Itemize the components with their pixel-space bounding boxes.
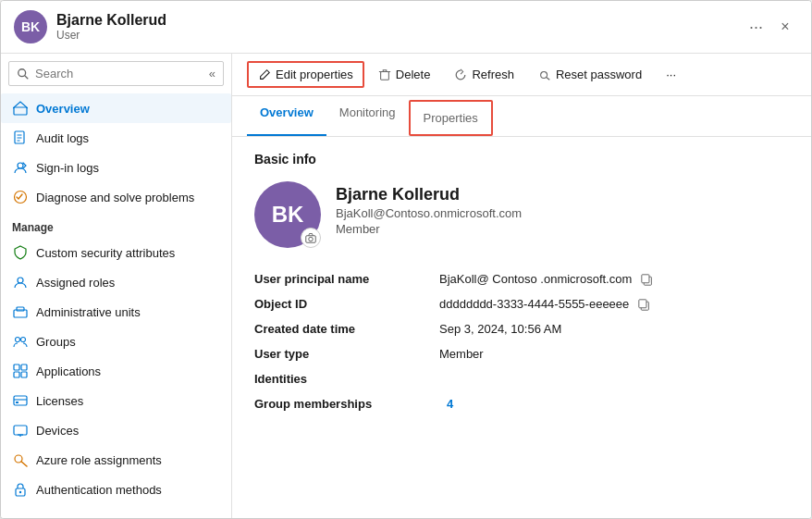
table-row: User principal name BjaKoll@ Contoso .on…	[254, 266, 789, 291]
title-avatar: BK	[14, 10, 47, 43]
svg-rect-20	[16, 402, 18, 403]
svg-rect-16	[14, 372, 19, 377]
reset-password-button[interactable]: Reset password	[528, 62, 652, 87]
delete-button[interactable]: Delete	[368, 62, 441, 87]
svg-rect-35	[642, 275, 649, 283]
sidebar-item-auth-methods-label: Authentication methods	[36, 483, 162, 497]
groups-icon	[12, 333, 29, 350]
tab-monitoring[interactable]: Monitoring	[326, 96, 409, 136]
basic-info-title: Basic info	[254, 152, 789, 167]
edit-properties-button[interactable]: Edit properties	[247, 61, 364, 88]
devices-icon	[12, 422, 29, 439]
group-count[interactable]: 4	[447, 397, 453, 411]
camera-button[interactable]	[301, 228, 321, 248]
table-row: Object ID dddddddd-3333-4444-5555-eeeeee	[254, 291, 789, 316]
field-label-objectid: Object ID	[254, 291, 439, 316]
table-row: Group memberships 4	[254, 391, 789, 416]
field-label-groups: Group memberships	[254, 391, 439, 416]
home-icon	[12, 100, 29, 117]
svg-line-31	[546, 77, 549, 80]
field-value-usertype: Member	[439, 341, 789, 366]
table-row: User type Member	[254, 341, 789, 366]
sidebar-item-admin-units[interactable]: Administrative units	[1, 297, 231, 327]
title-name: Bjarne Kollerud	[56, 12, 749, 29]
delete-icon	[378, 68, 391, 81]
sidebar-item-diagnose[interactable]: Diagnose and solve problems	[1, 182, 231, 212]
sidebar-item-devices[interactable]: Devices	[1, 415, 231, 445]
profile-type: Member	[336, 222, 522, 236]
lock-icon	[12, 481, 29, 498]
copy-objectid-button[interactable]	[638, 299, 650, 311]
licenses-icon	[12, 392, 29, 409]
profile-email: BjaKoll@Contoso.onmicrosoft.com	[336, 206, 522, 220]
profile-name: Bjarne Kollerud	[336, 185, 522, 204]
field-label-created: Created date time	[254, 316, 439, 341]
svg-rect-14	[14, 365, 19, 370]
profile-section: BK Bjarne Kollerud BjaKoll@Contoso.onmic…	[254, 181, 789, 248]
field-label-identities: Identities	[254, 366, 439, 391]
signin-icon	[12, 159, 29, 176]
svg-point-27	[19, 491, 21, 493]
sidebar-item-applications-label: Applications	[36, 365, 101, 378]
svg-line-25	[21, 462, 27, 466]
shield-icon	[12, 244, 29, 261]
svg-rect-17	[21, 372, 27, 377]
refresh-button[interactable]: Refresh	[444, 62, 524, 87]
diagnose-icon	[12, 189, 29, 205]
sidebar-item-applications[interactable]: Applications	[1, 356, 231, 386]
copy-upn-button[interactable]	[641, 274, 653, 286]
svg-rect-37	[639, 300, 646, 308]
close-button[interactable]: ×	[772, 14, 798, 40]
key-icon	[12, 451, 29, 468]
tab-overview[interactable]: Overview	[247, 96, 326, 136]
sidebar-item-azure-roles[interactable]: Azure role assignments	[1, 445, 231, 475]
edit-icon	[258, 68, 271, 81]
table-row: Created date time Sep 3, 2024, 10:56 AM	[254, 316, 789, 341]
sidebar-item-azure-roles-label: Azure role assignments	[36, 453, 162, 467]
field-value-objectid: dddddddd-3333-4444-5555-eeeeee	[439, 291, 789, 316]
info-table: User principal name BjaKoll@ Contoso .on…	[254, 266, 789, 416]
profile-details: Bjarne Kollerud BjaKoll@Contoso.onmicros…	[336, 181, 522, 236]
title-info: Bjarne Kollerud User	[56, 12, 749, 42]
field-value-created: Sep 3, 2024, 10:56 AM	[439, 316, 789, 341]
profile-avatar: BK	[254, 181, 321, 248]
admin-icon	[12, 303, 29, 320]
sidebar-item-overview[interactable]: Overview	[1, 93, 231, 123]
sidebar-item-sign-in-logs[interactable]: Sign-in logs	[1, 153, 231, 182]
apps-icon	[12, 363, 29, 379]
sidebar-item-overview-label: Overview	[36, 102, 90, 116]
content-tabs: Overview Monitoring Properties	[232, 96, 811, 137]
svg-line-1	[25, 75, 29, 79]
tab-properties[interactable]: Properties	[409, 100, 493, 136]
more-button[interactable]: ···	[656, 62, 686, 87]
manage-section-label: Manage	[1, 212, 231, 238]
svg-point-7	[18, 163, 23, 168]
sidebar-item-groups-label: Groups	[36, 335, 76, 349]
svg-rect-28	[380, 71, 388, 80]
sidebar: « Overview Audit logs Sign-in logs	[1, 54, 232, 518]
field-label-upn: User principal name	[254, 266, 439, 291]
main-window: BK Bjarne Kollerud User ··· × «	[0, 0, 812, 519]
svg-point-33	[309, 237, 314, 241]
sidebar-item-audit-logs[interactable]: Audit logs	[1, 123, 231, 153]
field-value-groups: 4	[439, 391, 789, 416]
sidebar-item-assigned-roles[interactable]: Assigned roles	[1, 267, 231, 297]
camera-icon	[305, 232, 316, 243]
sidebar-item-auth-methods[interactable]: Authentication methods	[1, 475, 231, 504]
search-input[interactable]	[35, 67, 209, 80]
svg-point-9	[18, 278, 23, 283]
sidebar-item-audit-logs-label: Audit logs	[36, 131, 89, 145]
toolbar: Edit properties Delete Refresh Reset pas…	[232, 54, 811, 96]
sidebar-item-custom-security-label: Custom security attributes	[36, 246, 175, 260]
svg-point-13	[21, 338, 26, 342]
table-row: Identities	[254, 366, 789, 391]
sidebar-item-licenses-label: Licenses	[36, 394, 83, 408]
sidebar-item-signin-label: Sign-in logs	[36, 161, 99, 175]
sidebar-item-groups[interactable]: Groups	[1, 327, 231, 356]
search-box[interactable]: «	[8, 61, 224, 86]
sidebar-item-licenses[interactable]: Licenses	[1, 386, 231, 415]
field-value-upn: BjaKoll@ Contoso .onmicrosoft.com	[439, 266, 789, 291]
title-more-button[interactable]: ···	[749, 18, 763, 37]
collapse-button[interactable]: «	[209, 67, 215, 80]
sidebar-item-custom-security[interactable]: Custom security attributes	[1, 238, 231, 267]
